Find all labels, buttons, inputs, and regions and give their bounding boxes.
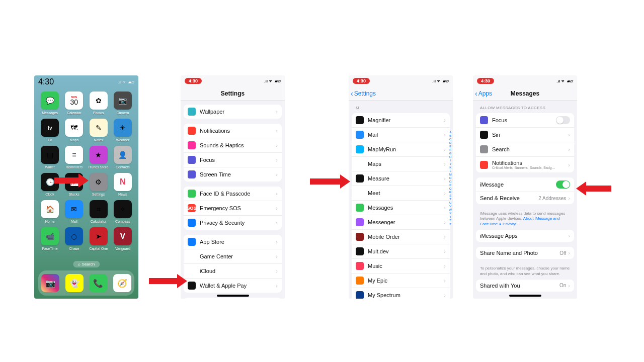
- app-compass[interactable]: ✧Compass: [112, 200, 133, 223]
- alpha-P[interactable]: P: [449, 184, 451, 187]
- settings-row-face-id-passcode[interactable]: Face ID & Passcode›: [184, 187, 282, 201]
- settings-root-body[interactable]: Wallpaper›Notifications›Sounds & Haptics…: [181, 101, 285, 299]
- dock-app[interactable]: 📷: [41, 274, 59, 292]
- app-maps[interactable]: 🗺Maps: [63, 119, 85, 142]
- alpha-L[interactable]: L: [449, 169, 451, 172]
- share-name-row[interactable]: Share Name and Photo Off ›: [476, 247, 574, 259]
- settings-row-app-store[interactable]: App Store›: [184, 235, 282, 249]
- app-photos[interactable]: ✿Photos: [88, 92, 109, 115]
- shared-with-you-row[interactable]: Shared with You On ›: [476, 280, 574, 292]
- dock-app[interactable]: 🧭: [113, 274, 131, 292]
- settings-row-screen-time[interactable]: Screen Time›: [184, 167, 282, 182]
- row-label: Privacy & Security: [200, 220, 276, 226]
- alpha-N[interactable]: N: [449, 176, 451, 179]
- app-row-mult-dev[interactable]: Mult.dev›: [352, 244, 450, 259]
- settings-row-notifications[interactable]: Notifications›: [184, 124, 282, 138]
- alpha-S[interactable]: S: [449, 194, 451, 197]
- app-row-meet[interactable]: Meet›: [352, 186, 450, 201]
- alpha-E[interactable]: E: [449, 145, 451, 148]
- alpha-T[interactable]: T: [449, 198, 451, 201]
- alpha-F[interactable]: F: [449, 148, 451, 151]
- app-tv[interactable]: tvTV: [39, 119, 60, 142]
- alpha-K[interactable]: K: [449, 166, 451, 169]
- alpha-M[interactable]: M: [449, 173, 452, 176]
- home-indicator[interactable]: [217, 295, 249, 297]
- app-row-magnifier[interactable]: Magnifier›: [352, 113, 450, 128]
- access-row-search[interactable]: Search›: [476, 142, 574, 157]
- alpha-Z[interactable]: Z: [449, 219, 451, 222]
- settings-row-privacy-security[interactable]: Privacy & Security›: [184, 216, 282, 230]
- alpha-A[interactable]: A: [449, 131, 451, 134]
- settings-row-icloud[interactable]: iCloud›: [184, 264, 282, 279]
- app-contacts[interactable]: 👤Contacts: [112, 146, 133, 169]
- app-settings[interactable]: ⚙Settings: [88, 173, 109, 196]
- imessage-toggle[interactable]: [556, 180, 570, 189]
- send-receive-row[interactable]: Send & Receive 2 Addresses ›: [476, 192, 574, 204]
- app-wallet[interactable]: ▤Wallet: [39, 146, 60, 169]
- app-reminders[interactable]: ≡Reminders: [63, 146, 85, 169]
- alpha-C[interactable]: C: [449, 138, 451, 141]
- access-row-focus[interactable]: Focus: [476, 113, 574, 128]
- dock-app[interactable]: 📞: [89, 274, 107, 292]
- app-calculator[interactable]: ⌗Calculator: [88, 200, 109, 223]
- alpha-D[interactable]: D: [449, 141, 451, 144]
- alpha-J[interactable]: J: [450, 162, 451, 165]
- apps-list-body[interactable]: M Magnifier›Mail›MapMyRun›Maps›Measure›M…: [349, 101, 453, 299]
- settings-row-wallpaper[interactable]: Wallpaper›: [184, 105, 282, 119]
- alpha-Y[interactable]: Y: [449, 215, 451, 218]
- alpha-R[interactable]: R: [449, 191, 451, 194]
- app-messages[interactable]: 💬Messages: [39, 92, 60, 115]
- app-camera[interactable]: 📷Camera: [112, 92, 133, 115]
- app-row-music[interactable]: Music›: [352, 259, 450, 274]
- app-row-messages[interactable]: Messages›: [352, 201, 450, 215]
- app-row-mail[interactable]: Mail›: [352, 128, 450, 142]
- app-row-my-epic[interactable]: My Epic›: [352, 274, 450, 288]
- toggle[interactable]: [556, 116, 570, 124]
- imessage-toggle-row[interactable]: iMessage: [476, 177, 574, 192]
- alpha-index[interactable]: ABCDEFGHIJKLMNOPQRSTUVWXYZ#: [449, 131, 452, 225]
- app-row-messenger[interactable]: Messenger›: [352, 215, 450, 230]
- alpha-Q[interactable]: Q: [449, 187, 452, 190]
- alpha-B[interactable]: B: [449, 134, 451, 137]
- app-notes[interactable]: ✎Notes: [88, 119, 109, 142]
- settings-row-emergency-sos[interactable]: SOSEmergency SOS›: [184, 201, 282, 216]
- app-mail[interactable]: ✉Mail: [63, 200, 85, 223]
- settings-row-game-center[interactable]: Game Center›: [184, 249, 282, 264]
- alpha-#[interactable]: #: [449, 222, 451, 225]
- settings-row-apps[interactable]: Apps›: [184, 298, 282, 299]
- settings-row-focus[interactable]: Focus›: [184, 153, 282, 167]
- alpha-V[interactable]: V: [449, 205, 451, 208]
- alpha-X[interactable]: X: [449, 212, 451, 215]
- app-vanguard[interactable]: VVanguard: [112, 227, 133, 250]
- alpha-O[interactable]: O: [449, 180, 452, 183]
- app-weather[interactable]: ☀Weather: [112, 119, 133, 142]
- messages-body[interactable]: Allow Messages to Access FocusSiri›Searc…: [473, 101, 577, 299]
- apps-navbar: ‹Settings: [349, 86, 453, 101]
- app-row-my-spectrum[interactable]: My Spectrum›: [352, 288, 450, 299]
- alpha-G[interactable]: G: [449, 152, 452, 155]
- app-home[interactable]: 🏠Home: [39, 200, 60, 223]
- dock-app[interactable]: 👻: [65, 274, 84, 292]
- settings-row-wallet-apple-pay[interactable]: Wallet & Apple Pay›: [184, 279, 282, 293]
- alpha-W[interactable]: W: [449, 208, 452, 211]
- app-facetime[interactable]: 📹FaceTime: [39, 227, 60, 250]
- app-row-measure[interactable]: Measure›: [352, 171, 450, 186]
- access-row-siri[interactable]: Siri›: [476, 128, 574, 142]
- app-itunes-store[interactable]: ★iTunes Store: [88, 146, 109, 169]
- back-button[interactable]: ‹Settings: [351, 89, 376, 98]
- alpha-U[interactable]: U: [449, 201, 451, 204]
- access-row-notifications[interactable]: NotificationsCritical Alerts, Banners, S…: [476, 157, 574, 172]
- app-row-mapmyrun[interactable]: MapMyRun›: [352, 142, 450, 157]
- app-row-maps[interactable]: Maps›: [352, 157, 450, 171]
- settings-row-sounds-haptics[interactable]: Sounds & Haptics›: [184, 138, 282, 153]
- imessage-apps-row[interactable]: iMessage Apps ›: [476, 230, 574, 242]
- spotlight-search[interactable]: ⌕ Search: [73, 261, 100, 267]
- alpha-I[interactable]: I: [450, 159, 451, 162]
- app-row-mobile-order[interactable]: Mobile Order›: [352, 230, 450, 244]
- app-calendar[interactable]: MON30Calendar: [63, 92, 85, 115]
- app-news[interactable]: NNews: [112, 173, 133, 196]
- home-indicator[interactable]: [509, 295, 541, 297]
- app-chase[interactable]: ◌Chase: [63, 227, 85, 250]
- alpha-H[interactable]: H: [449, 155, 451, 158]
- app-capital-one[interactable]: ➤Capital One: [88, 227, 109, 250]
